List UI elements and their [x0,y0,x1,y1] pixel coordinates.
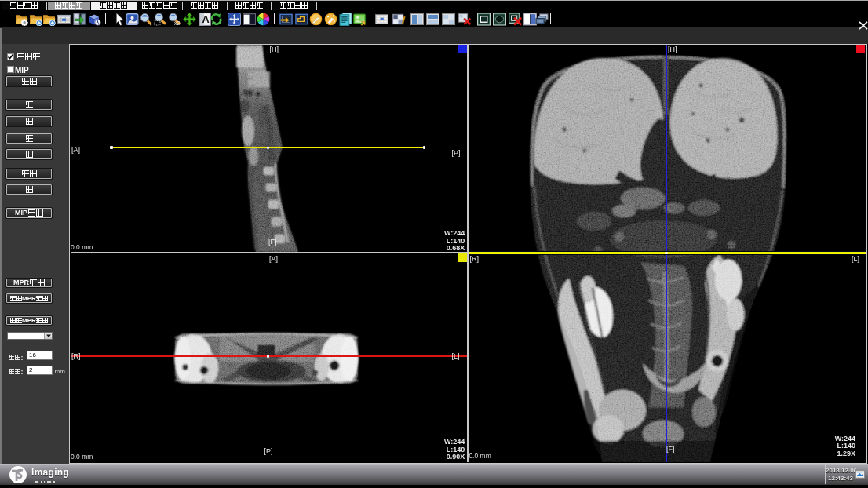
svg-text:A: A [202,13,209,25]
svg-text:x2: x2 [174,20,181,26]
